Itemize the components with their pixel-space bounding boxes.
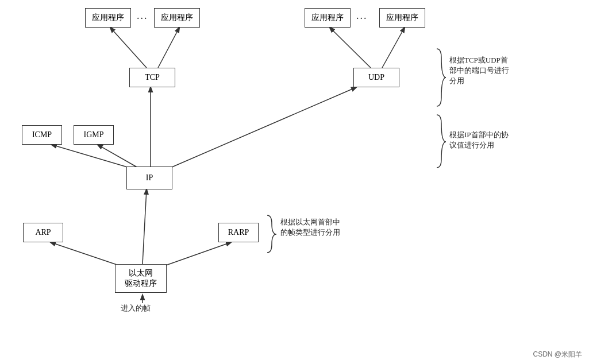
annotation-eth: 根据以太网首部中 的帧类型进行分用 [280,217,387,238]
dots1-label: ··· [137,11,148,26]
icmp-box: ICMP [22,125,62,145]
svg-line-1 [158,28,179,68]
svg-line-10 [156,242,231,269]
svg-line-7 [98,145,138,168]
igmp-box: IGMP [74,125,114,145]
udp-box: UDP [353,68,399,87]
diagram: 应用程序 ··· 应用程序 应用程序 ··· 应用程序 TCP UDP ICMP… [0,0,589,364]
annotation-ip: 根据IP首部中的协 议值进行分用 [449,130,556,150]
app1-box: 应用程序 [85,8,131,28]
tcp-box: TCP [129,68,175,87]
svg-line-5 [167,87,356,169]
dots2-label: ··· [356,11,368,26]
incoming-frame-label: 进入的帧 [121,303,151,313]
svg-line-9 [51,242,125,268]
svg-line-3 [382,28,405,68]
rarp-box: RARP [218,223,259,242]
svg-line-6 [52,145,135,169]
watermark: CSDN @米阳羊 [533,350,582,359]
ethernet-box: 以太网 驱动程序 [115,264,167,293]
annotation-tcp-udp: 根据TCP或UDP首 部中的端口号进行 分用 [449,55,556,87]
app2-box: 应用程序 [154,8,200,28]
ip-box: IP [126,166,172,189]
svg-line-2 [330,28,371,68]
arp-box: ARP [23,223,63,242]
app4-box: 应用程序 [379,8,425,28]
svg-line-0 [110,28,147,68]
svg-line-8 [143,189,147,264]
app3-box: 应用程序 [305,8,351,28]
